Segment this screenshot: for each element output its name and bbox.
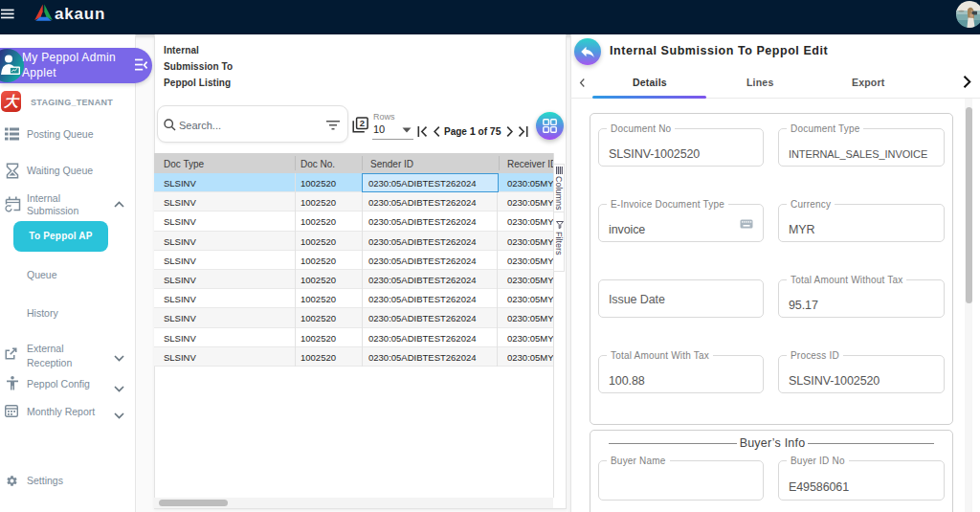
svg-text:2: 2	[360, 118, 365, 128]
